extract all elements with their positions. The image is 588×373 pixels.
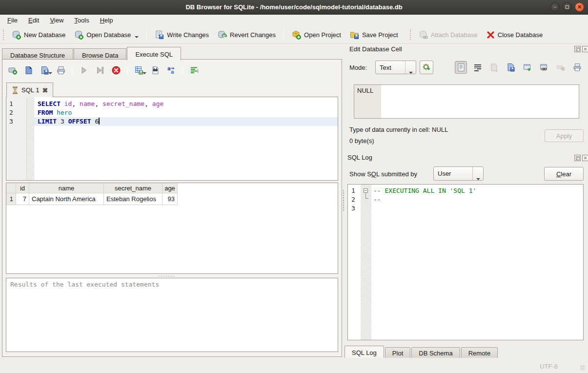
export-data-button[interactable] bbox=[505, 61, 517, 74]
import-data-button[interactable] bbox=[488, 61, 500, 74]
vertical-splitter-handle[interactable] bbox=[343, 189, 345, 212]
fold-collapse-icon[interactable]: − bbox=[364, 188, 368, 193]
export-results-button[interactable] bbox=[134, 65, 144, 76]
cell-secret-name[interactable]: Esteban Rogelios bbox=[104, 193, 162, 205]
save-project-button[interactable]: Save Project bbox=[345, 28, 403, 42]
tab-execute-sql[interactable]: Execute SQL bbox=[127, 47, 181, 61]
dock-tab-sql-log[interactable]: SQL Log bbox=[345, 346, 384, 358]
resize-grip[interactable] bbox=[580, 365, 585, 370]
stop-button[interactable] bbox=[111, 65, 122, 76]
cell-type-info: Type of data currently in cell: NULL bbox=[349, 126, 448, 133]
minimize-button[interactable]: − bbox=[550, 2, 560, 12]
open-sql-file-button[interactable] bbox=[23, 65, 34, 76]
format-sql-button[interactable] bbox=[189, 65, 200, 76]
menu-view[interactable]: View bbox=[44, 15, 69, 25]
close-dock-icon[interactable]: ✕ bbox=[582, 155, 588, 161]
float-dock-icon[interactable] bbox=[574, 46, 581, 52]
attach-database-button[interactable]: Attach Database bbox=[414, 28, 482, 42]
cell-id[interactable]: 7 bbox=[16, 193, 29, 205]
toolbar-separator bbox=[182, 65, 183, 75]
column-header-secret-name[interactable]: secret_name bbox=[104, 183, 162, 193]
sql-document-tab[interactable]: SQL 1 ✖ bbox=[6, 83, 53, 97]
float-dock-icon[interactable] bbox=[574, 155, 581, 161]
write-changes-button[interactable]: Write Changes bbox=[150, 28, 213, 42]
dock-tab-remote[interactable]: Remote bbox=[461, 347, 498, 358]
word-wrap-toggle[interactable] bbox=[471, 61, 484, 74]
close-sql-tab-icon[interactable]: ✖ bbox=[42, 86, 48, 94]
auto-switch-mode-button[interactable] bbox=[420, 61, 433, 74]
print-sql-button[interactable] bbox=[56, 65, 66, 76]
row-number-cell: 1 bbox=[6, 193, 16, 205]
close-dock-icon[interactable]: ✕ bbox=[582, 46, 588, 52]
cell-age[interactable]: 93 bbox=[162, 193, 178, 205]
open-database-dropdown-icon[interactable] bbox=[135, 36, 139, 38]
toolbar-handle[interactable] bbox=[2, 29, 5, 41]
new-database-button[interactable]: New Database bbox=[7, 28, 70, 42]
window-title: DB Browser for SQLite - /home/user/code/… bbox=[0, 3, 588, 11]
cell-size-info: 0 byte(s) bbox=[349, 137, 374, 145]
export-dropdown-icon[interactable] bbox=[142, 72, 146, 74]
apply-button[interactable]: Apply bbox=[545, 129, 584, 142]
cell-name[interactable]: Captain North America bbox=[29, 193, 104, 205]
open-in-external-button[interactable] bbox=[521, 61, 533, 74]
column-header-age[interactable]: age bbox=[162, 183, 178, 193]
sql-log-view[interactable]: 1 2 3 − -- EXECUTING ALL IN 'SQL 1' -- bbox=[347, 184, 584, 340]
new-sql-tab-button[interactable] bbox=[7, 65, 18, 76]
mode-select[interactable]: Text bbox=[375, 61, 416, 74]
sql-log-dock-title: SQL Log bbox=[347, 154, 372, 161]
encoding-indicator: UTF-8 bbox=[540, 363, 558, 370]
menubar: File Edit View Tools Help bbox=[0, 15, 588, 26]
line-number-gutter: 1 2 3 bbox=[6, 97, 27, 180]
save-project-icon bbox=[350, 30, 359, 40]
dock-tab-plot[interactable]: Plot bbox=[385, 347, 410, 358]
svg-text:a: a bbox=[167, 66, 171, 71]
results-message-box: Results of the last executed statements bbox=[6, 278, 338, 352]
menu-help[interactable]: Help bbox=[95, 15, 119, 25]
open-database-button[interactable]: Open Database bbox=[70, 28, 143, 42]
chevron-down-icon bbox=[472, 167, 483, 180]
print-cell-button[interactable] bbox=[571, 61, 583, 74]
toolbar-separator bbox=[127, 65, 128, 75]
close-database-button[interactable]: Close Database bbox=[482, 28, 547, 41]
cell-value-editor[interactable]: NULL bbox=[354, 84, 579, 119]
chevron-down-icon bbox=[405, 61, 416, 74]
close-button[interactable]: ✕ bbox=[575, 2, 584, 12]
column-header-id[interactable]: id bbox=[16, 183, 29, 193]
menu-edit[interactable]: Edit bbox=[23, 15, 44, 25]
execute-line-button[interactable] bbox=[95, 65, 105, 76]
dock-tab-bar: SQL Log Plot DB Schema Remote bbox=[345, 346, 499, 358]
db-browser-window: DB Browser for SQLite - /home/user/code/… bbox=[0, 0, 588, 373]
sql-code-area[interactable]: SELECT id, name, secret_name, age FROM h… bbox=[34, 97, 338, 180]
toolbar-handle[interactable] bbox=[409, 29, 412, 41]
log-filter-select[interactable]: User bbox=[433, 166, 484, 181]
revert-changes-button[interactable]: Revert Changes bbox=[213, 28, 280, 42]
save-sql-file-button[interactable] bbox=[40, 65, 50, 76]
maximize-button[interactable] bbox=[563, 2, 572, 12]
column-header-name[interactable]: name bbox=[29, 183, 104, 193]
toolbar-separator bbox=[284, 29, 284, 41]
set-null-button[interactable] bbox=[554, 61, 567, 74]
save-sql-dropdown-icon[interactable] bbox=[48, 72, 52, 74]
menu-tools[interactable]: Tools bbox=[69, 15, 94, 25]
clear-log-button[interactable]: Clear bbox=[544, 167, 584, 181]
toolbar-separator bbox=[72, 65, 73, 75]
execute-all-button[interactable] bbox=[79, 65, 89, 76]
sql-editor[interactable]: 1 2 3 SELECT id, name, secret_name, age … bbox=[6, 97, 338, 181]
replace-button[interactable]: aa bbox=[166, 65, 177, 76]
close-database-icon bbox=[487, 31, 495, 39]
table-row[interactable]: 1 7 Captain North America Esteban Rogeli… bbox=[6, 193, 338, 205]
splitter-handle[interactable] bbox=[158, 274, 197, 277]
dock-tab-db-schema[interactable]: DB Schema bbox=[411, 347, 460, 358]
text-mode-toggle[interactable] bbox=[455, 61, 467, 74]
attach-database-icon bbox=[419, 30, 428, 40]
cell-value-text: NULL bbox=[354, 85, 381, 118]
log-text: -- EXECUTING ALL IN 'SQL 1' -- bbox=[371, 185, 583, 340]
menu-file[interactable]: File bbox=[2, 15, 23, 25]
execute-sql-panel: aa SQL 1 ✖ 1 2 3 SELECT id, name, secret… bbox=[2, 59, 342, 357]
status-bar: UTF-8 bbox=[0, 358, 588, 373]
log-filter-label: Show SQL submitted by bbox=[349, 170, 417, 178]
copy-link-button[interactable] bbox=[538, 61, 550, 74]
sql-line: FROM hero bbox=[34, 108, 338, 117]
find-button[interactable] bbox=[150, 65, 161, 76]
open-project-button[interactable]: Open Project bbox=[287, 28, 345, 42]
